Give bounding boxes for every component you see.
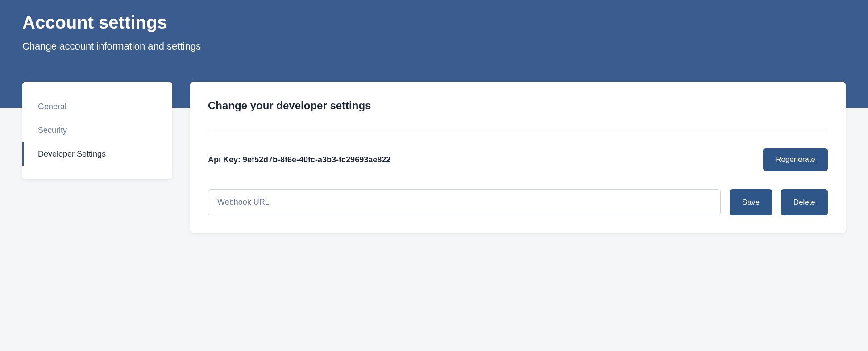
webhook-row: Save Delete xyxy=(208,189,828,215)
sidebar-item-developer-settings[interactable]: Developer Settings xyxy=(22,142,172,166)
api-key-row: Api Key: 9ef52d7b-8f6e-40fc-a3b3-fc29693… xyxy=(208,148,828,171)
sidebar-item-label: Developer Settings xyxy=(38,149,106,158)
api-key-label: Api Key: 9ef52d7b-8f6e-40fc-a3b3-fc29693… xyxy=(208,155,390,165)
sidebar-item-label: Security xyxy=(38,126,67,135)
divider xyxy=(208,130,828,130)
save-button[interactable]: Save xyxy=(730,189,772,215)
sidebar-item-security[interactable]: Security xyxy=(22,119,172,142)
delete-button[interactable]: Delete xyxy=(781,189,828,215)
page-container: Account settings Change account informat… xyxy=(0,0,868,233)
webhook-url-input[interactable] xyxy=(208,189,721,215)
page-title: Account settings xyxy=(22,12,846,33)
content-row: General Security Developer Settings Chan… xyxy=(22,82,846,233)
settings-sidebar: General Security Developer Settings xyxy=(22,82,172,179)
main-panel: Change your developer settings Api Key: … xyxy=(190,82,846,233)
regenerate-button[interactable]: Regenerate xyxy=(763,148,828,171)
panel-title: Change your developer settings xyxy=(208,99,828,112)
sidebar-item-general[interactable]: General xyxy=(22,95,172,119)
sidebar-item-label: General xyxy=(38,102,66,111)
page-subtitle: Change account information and settings xyxy=(22,41,846,52)
